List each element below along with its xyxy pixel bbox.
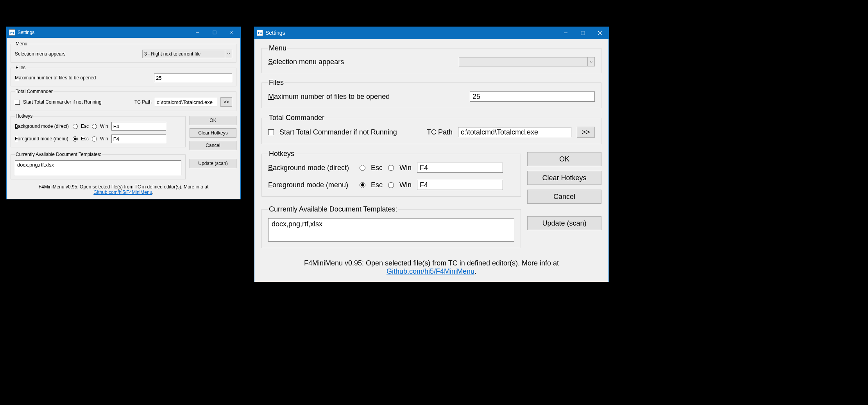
app-icon: F4 [257, 30, 263, 36]
fg-hotkey-input[interactable] [417, 180, 503, 190]
ok-button[interactable]: OK [190, 116, 236, 125]
app-icon: F4 [9, 29, 15, 36]
templates-legend: Currently Available Document Templates: [268, 205, 398, 213]
max-files-input[interactable] [154, 73, 232, 82]
templates-group: Currently Available Document Templates: … [261, 205, 521, 248]
ok-button[interactable]: OK [527, 152, 601, 166]
fg-win-radio[interactable] [92, 136, 97, 142]
hotkeys-group: Hotkeys Background mode (direct) Esc Win… [261, 150, 521, 197]
tc-browse-button[interactable]: >> [220, 97, 232, 107]
bg-mode-label: Background mode (direct) [15, 124, 70, 129]
menu-legend: Menu [268, 44, 287, 52]
tc-path-label: TC Path [134, 99, 152, 105]
cancel-button[interactable]: Cancel [527, 190, 601, 204]
templates-legend: Currently Available Document Templates: [15, 152, 102, 157]
files-legend: Files [15, 65, 26, 70]
tc-path-input[interactable] [458, 127, 571, 137]
menu-group: Menu Selection menu appears [261, 44, 601, 73]
files-group: Files Maximum number of files to be open… [261, 79, 601, 108]
start-tc-label: Start Total Commander if not Running [279, 128, 421, 136]
close-button[interactable] [223, 27, 240, 38]
tc-path-label: TC Path [427, 128, 453, 136]
start-tc-label: Start Total Commander if not Running [23, 99, 131, 105]
bg-esc-label: Esc [371, 164, 383, 172]
fg-win-label: Win [399, 181, 412, 189]
selection-menu-value: 3 - Right next to current file [144, 51, 200, 57]
files-legend: Files [268, 79, 285, 87]
selection-menu-label: Selection menu appears [268, 58, 453, 66]
fg-esc-label: Esc [371, 181, 383, 189]
bg-mode-label: Background mode (direct) [268, 164, 354, 172]
fg-mode-label: Foreground mode (menu) [15, 136, 70, 142]
chevron-down-icon[interactable] [225, 50, 232, 58]
bg-hotkey-input[interactable] [417, 163, 503, 173]
close-button[interactable] [591, 27, 608, 39]
tc-group: Total Commander Start Total Commander if… [261, 114, 601, 144]
selection-menu-label: Selection menu appears [15, 51, 139, 57]
titlebar[interactable]: F4 Settings [254, 27, 608, 39]
github-link[interactable]: Github.com/hi5/F4MiniMenu [387, 267, 474, 275]
chevron-down-icon[interactable] [587, 57, 594, 66]
clear-hotkeys-button[interactable]: Clear Hotkeys [527, 171, 601, 185]
update-scan-button[interactable]: Update (scan) [190, 159, 236, 168]
hotkeys-legend: Hotkeys [268, 150, 295, 158]
fg-esc-radio[interactable] [360, 182, 365, 188]
start-tc-checkbox[interactable] [15, 100, 20, 105]
bg-win-label: Win [100, 124, 108, 129]
maximize-button[interactable] [206, 27, 223, 38]
files-group: Files Maximum number of files to be open… [11, 65, 236, 86]
templates-textarea[interactable]: docx,png,rtf,xlsx [15, 160, 181, 175]
minimize-button[interactable] [189, 27, 206, 38]
hotkeys-legend: Hotkeys [15, 113, 33, 119]
bg-esc-radio[interactable] [360, 165, 365, 171]
fg-win-radio[interactable] [388, 182, 394, 188]
footer-text: F4MiniMenu v0.95: Open selected file(s) … [11, 182, 236, 197]
menu-group: Menu Selection menu appears 3 - Right ne… [11, 41, 236, 63]
bg-win-label: Win [399, 164, 412, 172]
fg-esc-radio[interactable] [73, 136, 78, 142]
minimize-button[interactable] [557, 27, 574, 39]
window-title: Settings [18, 30, 189, 35]
tc-browse-button[interactable]: >> [577, 127, 595, 138]
bg-hotkey-input[interactable] [111, 122, 166, 131]
fg-hotkey-input[interactable] [111, 134, 166, 143]
hotkeys-group: Hotkeys Background mode (direct) Esc Win… [11, 113, 186, 147]
clear-hotkeys-button[interactable]: Clear Hotkeys [190, 128, 236, 138]
update-scan-button[interactable]: Update (scan) [527, 216, 601, 230]
bg-win-radio[interactable] [92, 124, 97, 129]
tc-group: Total Commander Start Total Commander if… [11, 89, 236, 111]
bg-esc-label: Esc [81, 124, 89, 129]
selection-menu-select[interactable] [459, 57, 595, 66]
fg-esc-label: Esc [81, 136, 89, 142]
cancel-button[interactable]: Cancel [190, 141, 236, 150]
start-tc-checkbox[interactable] [268, 129, 274, 135]
tc-path-input[interactable] [155, 98, 217, 106]
tc-legend: Total Commander [15, 89, 54, 94]
footer-text: F4MiniMenu v0.95: Open selected file(s) … [261, 254, 601, 278]
max-files-input[interactable] [470, 91, 595, 102]
menu-legend: Menu [15, 41, 28, 47]
templates-textarea[interactable]: docx,png,rtf,xlsx [268, 218, 514, 242]
templates-group: Currently Available Document Templates: … [11, 152, 186, 179]
svg-rect-1 [213, 31, 216, 34]
svg-rect-5 [581, 31, 585, 35]
bg-win-radio[interactable] [388, 165, 394, 171]
selection-menu-select[interactable]: 3 - Right next to current file [142, 50, 232, 58]
maximize-button[interactable] [574, 27, 591, 39]
window-title: Settings [265, 30, 557, 36]
fg-win-label: Win [100, 136, 108, 142]
tc-legend: Total Commander [268, 114, 325, 122]
titlebar[interactable]: F4 Settings [7, 27, 240, 38]
fg-mode-label: Foreground mode (menu) [268, 181, 354, 189]
max-files-label: Maximum number of files to be opened [268, 93, 464, 101]
bg-esc-radio[interactable] [73, 124, 78, 129]
github-link[interactable]: Github.com/hi5/F4MiniMenu [93, 190, 152, 195]
max-files-label: Maximum number of files to be opened [15, 75, 151, 81]
